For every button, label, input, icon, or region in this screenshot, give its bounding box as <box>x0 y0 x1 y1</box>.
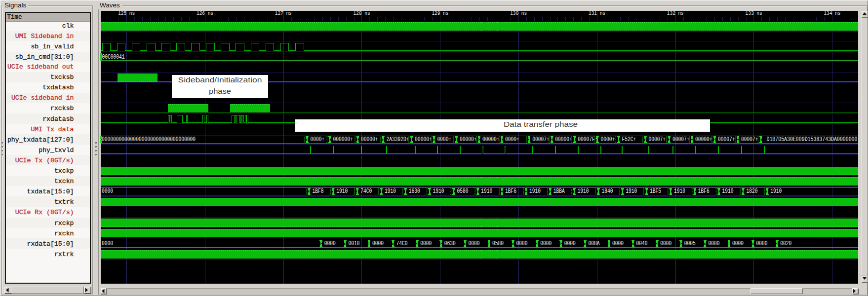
svg-text:1910: 1910 <box>674 188 685 195</box>
svg-text:1910: 1910 <box>336 188 348 195</box>
svg-text:0000: 0000 <box>102 240 113 247</box>
svg-text:0000+: 0000+ <box>600 136 615 143</box>
svg-text:130 ns: 130 ns <box>510 11 527 16</box>
svg-text:127 ns: 127 ns <box>275 11 292 16</box>
svg-text:1910: 1910 <box>385 188 396 195</box>
svg-text:1BBA: 1BBA <box>553 188 565 195</box>
svg-text:132 ns: 132 ns <box>667 11 684 16</box>
svg-text:74C0: 74C0 <box>396 240 408 247</box>
svg-text:00C00041: 00C00041 <box>102 54 125 61</box>
svg-text:133 ns: 133 ns <box>746 11 762 16</box>
svg-text:00007+: 00007+ <box>649 136 666 143</box>
svg-text:129 ns: 129 ns <box>432 11 448 16</box>
svg-text:128 ns: 128 ns <box>354 11 370 16</box>
svg-text:00000+: 00000+ <box>555 136 572 143</box>
svg-text:1910: 1910 <box>481 188 492 195</box>
svg-text:00BA: 00BA <box>588 240 599 247</box>
svg-text:0000: 0000 <box>420 240 432 247</box>
svg-text:1BF6: 1BF6 <box>505 188 516 195</box>
svg-text:74C0: 74C0 <box>360 188 372 195</box>
svg-text:0000+: 0000+ <box>505 136 519 143</box>
svg-text:00007+: 00007+ <box>532 136 550 143</box>
svg-text:1910: 1910 <box>722 188 734 195</box>
svg-text:F52C+: F52C+ <box>622 136 636 143</box>
svg-text:1910: 1910 <box>578 188 589 195</box>
svg-text:126 ns: 126 ns <box>197 11 213 16</box>
svg-text:00000+: 00000+ <box>415 136 432 143</box>
svg-text:00000+: 00000+ <box>482 136 500 143</box>
svg-text:000000+: 000000+ <box>333 136 353 143</box>
svg-text:00000+: 00000+ <box>361 136 378 143</box>
svg-text:0000: 0000 <box>708 240 719 247</box>
svg-text:1630: 1630 <box>409 188 420 195</box>
svg-text:000000000000000000000000000000: 000000000000000000000000000000000 <box>102 136 196 143</box>
svg-text:0000: 0000 <box>540 240 552 247</box>
svg-text:00000+: 00000+ <box>460 136 477 143</box>
svg-text:0000: 0000 <box>102 188 113 195</box>
svg-text:0000: 0000 <box>468 240 479 247</box>
svg-text:Data transfer phase: Data transfer phase <box>504 120 578 128</box>
svg-text:phase: phase <box>209 87 231 95</box>
svg-text:0580: 0580 <box>492 240 504 247</box>
svg-text:1840: 1840 <box>602 188 613 195</box>
svg-text:D1B7D5A30E009D15383743DA000000: D1B7D5A30E009D15383743DA0000000 <box>767 136 858 143</box>
svg-text:0018: 0018 <box>348 240 359 247</box>
svg-text:0005: 0005 <box>684 240 696 247</box>
svg-text:Sideband/Initialization: Sideband/Initialization <box>178 75 262 84</box>
svg-text:0000: 0000 <box>516 240 528 247</box>
svg-text:131 ns: 131 ns <box>589 11 605 16</box>
svg-text:0000: 0000 <box>324 240 336 247</box>
svg-text:00000+: 00000+ <box>695 136 712 143</box>
svg-text:0000: 0000 <box>660 240 671 247</box>
svg-text:0580: 0580 <box>457 188 469 195</box>
svg-text:2A3392D+: 2A3392D+ <box>387 136 409 143</box>
svg-text:0000: 0000 <box>372 240 384 247</box>
svg-text:1BF8: 1BF8 <box>313 188 324 195</box>
svg-text:0020: 0020 <box>780 240 791 247</box>
svg-text:0000: 0000 <box>756 240 768 247</box>
svg-text:00007+: 00007+ <box>718 136 735 143</box>
svg-text:00007+: 00007+ <box>672 136 690 143</box>
svg-text:134 ns: 134 ns <box>824 11 840 16</box>
svg-text:1910: 1910 <box>433 188 444 195</box>
svg-text:1BF5: 1BF5 <box>650 188 661 195</box>
svg-text:0040: 0040 <box>636 240 648 247</box>
svg-text:0000+: 0000+ <box>311 136 325 143</box>
svg-text:1910: 1910 <box>529 188 541 195</box>
svg-text:0000: 0000 <box>612 240 624 247</box>
svg-text:00007+: 00007+ <box>741 136 758 143</box>
svg-text:1910: 1910 <box>626 188 637 195</box>
svg-text:125 ns: 125 ns <box>118 11 135 16</box>
svg-text:1910: 1910 <box>770 188 782 195</box>
svg-text:0000: 0000 <box>564 240 576 247</box>
svg-text:0630: 0630 <box>444 240 456 247</box>
svg-text:0000+: 0000+ <box>437 136 452 143</box>
svg-text:0000: 0000 <box>732 240 744 247</box>
svg-text:1BF6: 1BF6 <box>698 188 710 195</box>
svg-text:1820: 1820 <box>746 188 757 195</box>
